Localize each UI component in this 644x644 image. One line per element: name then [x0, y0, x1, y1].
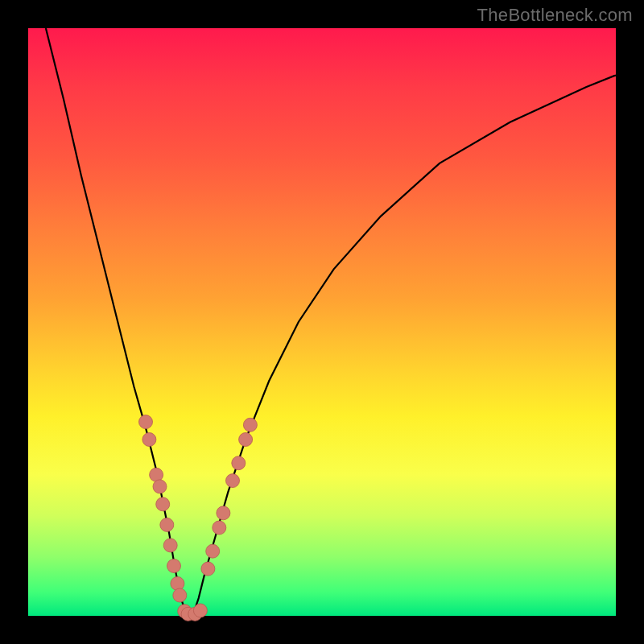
dot — [156, 497, 170, 511]
watermark-text: TheBottleneck.com — [477, 5, 633, 26]
dot — [201, 562, 215, 576]
dot — [139, 415, 153, 429]
dot — [167, 559, 181, 573]
chart-frame: TheBottleneck.com — [0, 0, 644, 644]
dot — [213, 521, 226, 535]
bottleneck-curve — [46, 28, 616, 616]
dot — [226, 474, 240, 488]
plot-area — [28, 28, 616, 616]
dot — [206, 544, 220, 558]
dot — [142, 433, 156, 447]
dot — [163, 539, 177, 552]
dot — [193, 604, 207, 617]
curve-svg — [28, 28, 616, 616]
dot — [232, 456, 246, 470]
dot — [243, 418, 257, 431]
dot — [153, 480, 167, 493]
scatter-dots — [139, 415, 258, 621]
dot — [217, 506, 230, 520]
dot — [173, 588, 187, 602]
dot — [171, 576, 184, 590]
dot — [160, 518, 174, 531]
dot — [239, 433, 253, 447]
